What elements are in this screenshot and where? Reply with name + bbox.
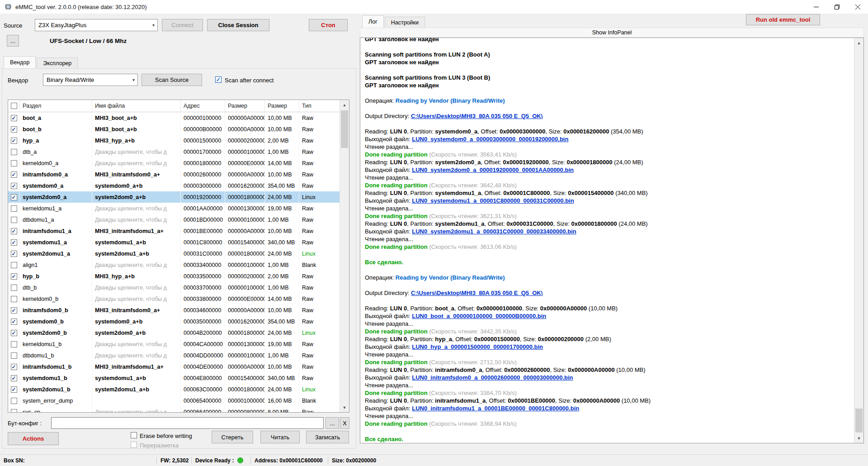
header-partition[interactable]: Раздел xyxy=(20,100,92,112)
tab-settings[interactable]: Настройки xyxy=(385,17,425,28)
row-checkbox[interactable]: ✓ xyxy=(11,386,17,393)
table-row[interactable]: ✓hyp_aMHI3_hyp_a+b0000015000000000002000… xyxy=(8,135,340,146)
row-checkbox[interactable] xyxy=(11,341,17,347)
log-link[interactable]: LUN0_initramfsdomu1_a_00001BE00000_00001… xyxy=(412,405,579,412)
table-row[interactable]: ✓system2dom0_bsystem2dom0_a+b00004B20000… xyxy=(8,327,340,338)
row-checkbox[interactable]: ✓ xyxy=(11,126,17,133)
row-checkbox[interactable]: ✓ xyxy=(11,251,17,257)
table-scrollbar[interactable]: ▲ ▼ xyxy=(340,100,349,412)
row-checkbox[interactable]: ✓ xyxy=(11,115,17,121)
row-checkbox[interactable] xyxy=(11,149,17,155)
log-link[interactable]: LUN0_system2domu1_a_000031C00000_0000334… xyxy=(412,228,576,235)
row-checkbox[interactable]: ✓ xyxy=(11,319,17,325)
row-checkbox[interactable]: ✓ xyxy=(11,375,17,381)
log-link[interactable]: LUN0_initramfsdom0_a_000002600000_000003… xyxy=(412,374,573,381)
log-scrollbar[interactable]: ▲ ▼ xyxy=(854,38,863,443)
row-checkbox[interactable] xyxy=(11,285,17,291)
write-button[interactable]: Записать xyxy=(306,431,349,443)
table-row[interactable]: ✓initramfsdomu1_aMHI3_initramfsdomu1_a+0… xyxy=(8,225,340,237)
scan-after-connect-checkbox[interactable]: ✓ xyxy=(215,76,222,83)
table-row[interactable]: ✓systemdom0_bsystemdom0_a+b0000350000000… xyxy=(8,316,340,327)
table-row[interactable]: align1Дважды щелкните, чтобы д0000334000… xyxy=(8,259,340,271)
repartition-checkbox[interactable] xyxy=(131,442,137,448)
close-button[interactable] xyxy=(847,0,868,14)
table-row[interactable]: ✓initramfsdomu1_bMHI3_initramfsdomu1_a+0… xyxy=(8,361,340,372)
row-checkbox[interactable] xyxy=(11,398,17,404)
scroll-down-icon[interactable]: ▼ xyxy=(854,433,863,443)
erase-button[interactable]: Стереть xyxy=(212,431,253,443)
table-row[interactable]: svc_cpДважды щелкните, чтобы д0000664000… xyxy=(8,406,340,412)
select-all-checkbox[interactable] xyxy=(11,103,17,109)
boot-config-clear-button[interactable]: X xyxy=(340,417,349,429)
tab-vendor[interactable]: Вендор xyxy=(4,56,36,68)
vendor-mode-select[interactable]: Binary Read/Write ▾ xyxy=(43,74,138,86)
header-size-hex[interactable]: Размер xyxy=(225,100,265,112)
header-size-mb[interactable]: Размер xyxy=(265,100,299,112)
maximize-button[interactable] xyxy=(826,0,847,14)
table-row[interactable]: dtbdomu1_aДважды щелкните, чтобы д00001B… xyxy=(8,214,340,225)
row-checkbox[interactable]: ✓ xyxy=(11,183,17,189)
table-row[interactable]: ✓hyp_bMHI3_hyp_a+b0000335000000000002000… xyxy=(8,271,340,282)
log-scrollbar-thumb[interactable] xyxy=(855,409,863,433)
stop-button[interactable]: Стоп xyxy=(309,19,348,31)
header-address[interactable]: Адрес xyxy=(181,100,225,112)
row-checkbox[interactable]: ✓ xyxy=(11,364,17,370)
table-row[interactable]: ✓initramfsdom0_bMHI3_initramfsdom0_a+000… xyxy=(8,304,340,316)
log-link[interactable]: LUN0_systemdom0_a_000003000000_000019200… xyxy=(412,136,568,143)
table-row[interactable]: dtb_bДважды щелкните, чтобы д00003370000… xyxy=(8,282,340,293)
header-filename[interactable]: Имя файла xyxy=(92,100,181,112)
minimize-button[interactable] xyxy=(806,0,826,14)
log-link[interactable]: C:\Users\Desktop\MHI3_80A 035 050 E_Q5_O… xyxy=(411,290,542,296)
table-row[interactable]: ✓systemdom0_asystemdom0_a+b0000030000000… xyxy=(8,180,340,191)
row-checkbox[interactable]: ✓ xyxy=(11,171,17,178)
scroll-down-icon[interactable]: ▼ xyxy=(340,403,349,412)
log-link[interactable]: LUN0_systemdomu1_a_00001C800000_000031C0… xyxy=(412,197,574,204)
scan-source-button[interactable]: Scan Source xyxy=(142,74,202,86)
scroll-up-icon[interactable]: ▲ xyxy=(854,38,863,48)
log-link[interactable]: LUN0_system2dom0_a_000019200000_00001AA0… xyxy=(412,166,574,173)
row-checkbox[interactable]: ✓ xyxy=(11,330,17,336)
row-checkbox[interactable] xyxy=(11,296,17,302)
log-link[interactable]: LUN0_boot_a_000000100000_000000B00000.bi… xyxy=(412,313,546,319)
table-row[interactable]: kerneldom0_bДважды щелкните, чтобы д0000… xyxy=(8,293,340,304)
show-infopanel-bar[interactable]: Show InfoPanel xyxy=(360,28,864,38)
run-old-emmc-tool-button[interactable]: Run old emmc_tool xyxy=(746,14,820,25)
tab-log[interactable]: Лог xyxy=(362,15,384,28)
table-row[interactable]: dtb_aДважды щелкните, чтобы д00000170000… xyxy=(8,146,340,157)
row-checkbox[interactable] xyxy=(11,205,17,212)
row-checkbox[interactable] xyxy=(11,352,17,359)
source-select[interactable]: Z3X EasyJtagPlus ▾ xyxy=(35,19,158,31)
table-row[interactable]: system_error_dump00006540000000000100000… xyxy=(8,395,340,406)
boot-config-input[interactable] xyxy=(51,417,324,429)
table-row[interactable]: ✓system2domu1_bsystem2domu1_a+b000063C00… xyxy=(8,384,340,395)
connect-button[interactable]: Connect xyxy=(162,19,203,31)
tab-explorer[interactable]: Эксплорер xyxy=(37,57,78,68)
log-link[interactable]: C:\Users\Desktop\MHI3_80A 035 050 E_Q5_O… xyxy=(411,113,542,119)
row-checkbox[interactable] xyxy=(11,160,17,166)
row-checkbox[interactable]: ✓ xyxy=(11,273,17,280)
header-type[interactable]: Тип xyxy=(299,100,340,112)
row-checkbox[interactable]: ✓ xyxy=(11,307,17,314)
table-row[interactable]: dtbdomu1_bДважды щелкните, чтобы д00004D… xyxy=(8,350,340,361)
table-row[interactable]: ✓system2domu1_asystem2domu1_a+b000031C00… xyxy=(8,248,340,259)
row-checkbox[interactable] xyxy=(11,262,17,268)
table-row[interactable]: ✓initramfsdom0_aMHI3_initramfsdom0_a+000… xyxy=(8,169,340,180)
table-row[interactable]: ✓boot_bMHI3_boot_a+b000000B00000000000A0… xyxy=(8,124,340,135)
table-scrollbar-thumb[interactable] xyxy=(341,110,348,148)
table-row[interactable]: kerneldom0_aДважды щелкните, чтобы д0000… xyxy=(8,157,340,169)
row-checkbox[interactable] xyxy=(11,409,17,413)
boot-config-browse-button[interactable]: ... xyxy=(326,417,339,429)
row-checkbox[interactable] xyxy=(11,217,17,223)
row-checkbox[interactable]: ✓ xyxy=(11,138,17,144)
row-checkbox[interactable]: ✓ xyxy=(11,228,17,234)
table-row[interactable]: kerneldomu1_bДважды щелкните, чтобы д000… xyxy=(8,338,340,350)
log-link[interactable]: LUN0_hyp_a_000001500000_000001700000.bin xyxy=(412,343,543,350)
source-browse-button[interactable]: ... xyxy=(7,35,19,47)
erase-before-writing-checkbox[interactable] xyxy=(131,432,137,438)
read-button[interactable]: Читать xyxy=(260,431,300,443)
row-checkbox[interactable]: ✓ xyxy=(11,239,17,246)
scroll-up-icon[interactable]: ▲ xyxy=(340,100,349,109)
table-row[interactable]: ✓system2dom0_asystem2dom0_a+b00001920000… xyxy=(8,191,340,203)
table-row[interactable]: ✓systemdomu1_bsystemdomu1_a+b00004E80000… xyxy=(8,372,340,384)
table-row[interactable]: ✓boot_aMHI3_boot_a+b000000100000000000A0… xyxy=(8,112,340,124)
